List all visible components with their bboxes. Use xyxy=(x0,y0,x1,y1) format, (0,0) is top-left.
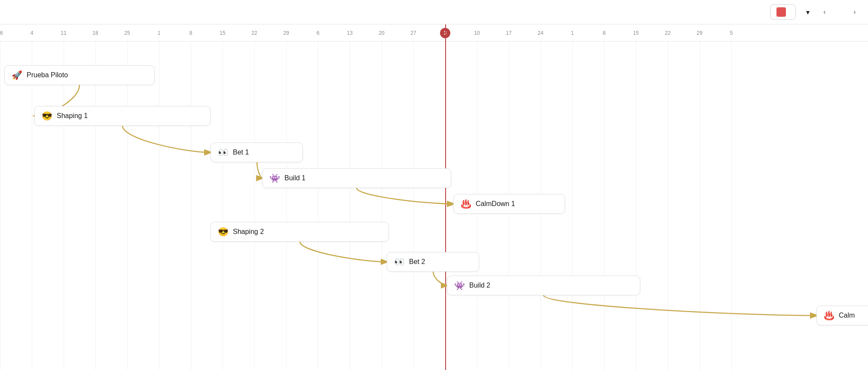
grid-line xyxy=(731,42,732,370)
ruler-date: 27 xyxy=(410,30,416,36)
task-emoji-bet-2: 👀 xyxy=(394,257,405,267)
grid-line xyxy=(350,42,350,370)
header: ▾ ‹ › xyxy=(0,0,868,24)
task-label-bet-2: Bet 2 xyxy=(409,258,425,266)
task-label-shaping-2: Shaping 2 xyxy=(233,228,264,236)
ruler-date: 1 xyxy=(158,30,161,36)
task-card-calm-2[interactable]: ♨️Calm xyxy=(816,306,868,325)
grid-line xyxy=(604,42,605,370)
task-emoji-shaping-1: 😎 xyxy=(42,111,52,121)
ruler-date: 6 xyxy=(317,30,320,36)
ruler-date: 24 xyxy=(538,30,543,36)
task-card-shaping-2[interactable]: 😎Shaping 2 xyxy=(211,222,389,242)
ruler-date: 5 xyxy=(730,30,733,36)
ruler-date: 15 xyxy=(633,30,639,36)
grid-line xyxy=(32,42,32,370)
ruler-date: 18 xyxy=(92,30,98,36)
today-button[interactable] xyxy=(836,10,843,14)
year-dropdown[interactable]: ▾ xyxy=(801,6,813,18)
prev-button[interactable]: ‹ xyxy=(818,6,831,18)
task-label-calm-2: Calm xyxy=(839,312,855,319)
today-line xyxy=(445,24,446,370)
task-card-bet-2[interactable]: 👀Bet 2 xyxy=(387,252,479,272)
task-card-build-1[interactable]: 👾Build 1 xyxy=(262,168,451,188)
ruler-date: 25 xyxy=(124,30,130,36)
header-right: ▾ ‹ › xyxy=(770,4,861,20)
ruler-date: 1 xyxy=(571,30,574,36)
grid-line xyxy=(64,42,64,370)
task-emoji-bet-1: 👀 xyxy=(218,147,229,158)
task-emoji-calmdown-1: ♨️ xyxy=(461,199,471,209)
ruler-date: 15 xyxy=(220,30,225,36)
grid-line xyxy=(318,42,318,370)
open-in-calendar-button[interactable] xyxy=(770,4,796,20)
ruler-date: 22 xyxy=(665,30,670,36)
task-card-bet-1[interactable]: 👀Bet 1 xyxy=(211,143,303,162)
grid-line xyxy=(95,42,96,370)
grid-line xyxy=(223,42,223,370)
grid-line xyxy=(127,42,128,370)
task-card-prueba-piloto[interactable]: 🚀Prueba Piloto xyxy=(4,65,155,85)
task-label-calmdown-1: CalmDown 1 xyxy=(476,200,515,208)
grid-line xyxy=(191,42,191,370)
ruler-date: 4 xyxy=(31,30,34,36)
next-button[interactable]: › xyxy=(848,6,861,18)
grid-line xyxy=(0,42,0,370)
grid-line xyxy=(254,42,255,370)
ruler-date: 8 xyxy=(189,30,193,36)
task-emoji-calm-2: ♨️ xyxy=(824,310,834,321)
grid-line xyxy=(413,42,414,370)
grid-line xyxy=(159,42,159,370)
ruler-date: 11 xyxy=(61,30,66,36)
ruler-date: 29 xyxy=(283,30,289,36)
task-emoji-build-1: 👾 xyxy=(269,173,280,183)
task-label-build-2: Build 2 xyxy=(469,282,490,289)
task-label-bet-1: Bet 1 xyxy=(233,149,249,156)
grid-line xyxy=(636,42,636,370)
ruler-date: 22 xyxy=(251,30,257,36)
calendar-icon xyxy=(776,7,786,17)
task-card-calmdown-1[interactable]: ♨️CalmDown 1 xyxy=(453,194,565,214)
grid-line xyxy=(382,42,382,370)
ruler-date: 20 xyxy=(379,30,384,36)
task-card-shaping-1[interactable]: 😎Shaping 1 xyxy=(34,106,211,126)
grid-line xyxy=(700,42,700,370)
task-label-build-1: Build 1 xyxy=(284,174,306,182)
task-label-prueba-piloto: Prueba Piloto xyxy=(27,71,68,79)
task-label-shaping-1: Shaping 1 xyxy=(57,112,88,120)
ruler-date: 17 xyxy=(506,30,511,36)
ruler-date: 29 xyxy=(697,30,702,36)
task-emoji-prueba-piloto: 🚀 xyxy=(12,70,22,80)
ruler-date: 13 xyxy=(347,30,352,36)
grid-line xyxy=(286,42,287,370)
ruler-date: 26 xyxy=(0,30,3,36)
grid-line xyxy=(668,42,668,370)
task-card-build-2[interactable]: 👾Build 2 xyxy=(447,276,640,295)
ruler-date: 10 xyxy=(474,30,480,36)
task-emoji-shaping-2: 😎 xyxy=(218,227,229,237)
task-emoji-build-2: 👾 xyxy=(454,280,465,291)
year-chevron-icon: ▾ xyxy=(806,8,810,16)
grid-line xyxy=(572,42,573,370)
ruler-date: 8 xyxy=(603,30,606,36)
date-ruler: 2641118251815222961320273101724181522295 xyxy=(0,24,868,42)
timeline: 2641118251815222961320273101724181522295… xyxy=(0,24,868,370)
